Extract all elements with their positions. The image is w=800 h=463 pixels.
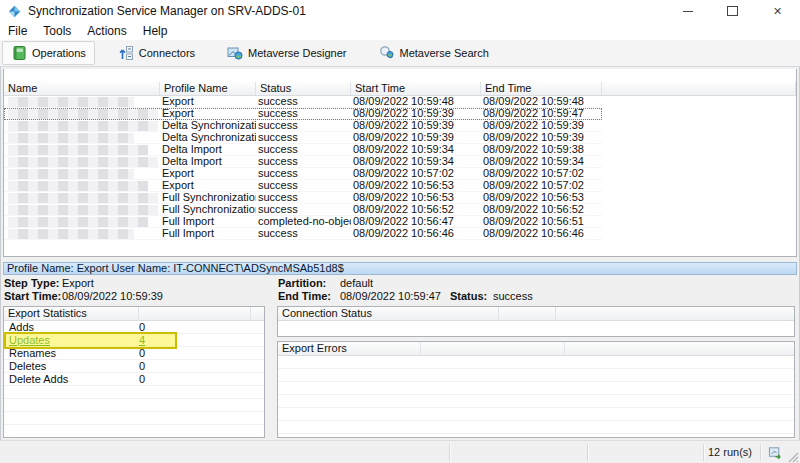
statistic-row: Adds0 bbox=[4, 321, 264, 334]
resize-grip[interactable] bbox=[786, 450, 799, 463]
cell-end-time: 08/09/2022 10:59:39 bbox=[481, 132, 602, 143]
table-row[interactable]: Delta Synchronizationsuccess08/09/2022 1… bbox=[4, 120, 602, 132]
menu-item-file[interactable]: File bbox=[0, 24, 35, 38]
cell-status: success bbox=[256, 120, 351, 131]
connector-operations-header: Name Profile Name Status Start Time End … bbox=[4, 82, 796, 96]
cell-profile-name: Export bbox=[160, 96, 256, 107]
statistic-value-link[interactable]: 4 bbox=[139, 334, 199, 347]
cell-end-time: 08/09/2022 10:57:02 bbox=[481, 180, 602, 191]
table-row[interactable]: Exportsuccess08/09/2022 10:57:0208/09/20… bbox=[4, 168, 602, 180]
redacted-name bbox=[8, 229, 134, 239]
maximize-button[interactable] bbox=[710, 0, 755, 22]
cell-profile-name: Full Import bbox=[160, 216, 256, 227]
status-label: Status: bbox=[450, 290, 487, 302]
table-row[interactable]: Delta Importsuccess08/09/2022 10:59:3408… bbox=[4, 156, 602, 168]
toolbar-metaverse-designer-label: Metaverse Designer bbox=[248, 47, 346, 59]
menu-bar: File Tools Actions Help bbox=[0, 22, 800, 40]
run-count-label: 12 run(s) bbox=[708, 446, 752, 458]
table-row[interactable]: Delta Importsuccess08/09/2022 10:59:3408… bbox=[4, 144, 602, 156]
table-row[interactable]: Exportsuccess08/09/2022 10:56:5308/09/20… bbox=[4, 180, 602, 192]
statistic-value: 0 bbox=[139, 360, 199, 373]
table-row[interactable]: Full Synchronizationsuccess08/09/2022 10… bbox=[4, 204, 602, 216]
cell-end-time: 08/09/2022 10:56:51 bbox=[481, 216, 602, 227]
redacted-name bbox=[8, 157, 158, 167]
step-type-label: Step Type: bbox=[4, 277, 59, 289]
cell-profile-name: Full Synchronization bbox=[160, 192, 256, 203]
column-header-filler bbox=[602, 82, 796, 95]
export-statistics-rows: Adds0Updates4Renames0Deletes0Delete Adds… bbox=[4, 321, 264, 437]
start-time-label: Start Time: bbox=[4, 290, 61, 302]
cell-profile-name: Export bbox=[160, 108, 256, 119]
toolbar-operations-button[interactable]: Operations bbox=[2, 41, 95, 65]
cell-end-time: 08/09/2022 10:59:48 bbox=[481, 96, 602, 107]
statistic-label-link[interactable]: Updates bbox=[4, 334, 139, 347]
toolbar-connectors-button[interactable]: Connectors bbox=[109, 41, 204, 65]
title-bar: Synchronization Service Manager on SRV-A… bbox=[0, 0, 800, 22]
statistic-value: 0 bbox=[139, 373, 199, 386]
menu-item-actions[interactable]: Actions bbox=[79, 24, 134, 38]
statistic-label: Renames bbox=[4, 347, 139, 360]
export-errors-header: Export Errors bbox=[278, 342, 794, 356]
app-icon bbox=[8, 5, 21, 18]
status-bar: 12 run(s) bbox=[0, 440, 800, 463]
connection-status-header: Connection Status bbox=[278, 307, 794, 321]
cell-end-time: 08/09/2022 10:59:34 bbox=[481, 156, 602, 167]
column-header-start-time[interactable]: Start Time bbox=[351, 82, 481, 95]
close-icon: ✕ bbox=[773, 6, 782, 16]
redacted-name bbox=[8, 133, 134, 143]
partition-value: default bbox=[340, 277, 373, 289]
metaverse-designer-icon bbox=[227, 45, 243, 61]
statistic-label: Deletes bbox=[4, 360, 139, 373]
table-row[interactable]: Full Importsuccess08/09/2022 10:56:4608/… bbox=[4, 228, 602, 240]
toolbar-metaverse-designer-button[interactable]: Metaverse Designer bbox=[218, 41, 355, 65]
toolbar-metaverse-search-button[interactable]: Metaverse Search bbox=[370, 41, 498, 65]
close-button[interactable]: ✕ bbox=[755, 0, 800, 22]
cell-end-time: 08/09/2022 10:56:52 bbox=[481, 204, 602, 215]
column-header-end-time[interactable]: End Time bbox=[481, 82, 602, 95]
cell-status: success bbox=[256, 204, 351, 215]
minimize-button[interactable] bbox=[665, 0, 710, 22]
statistic-row: Updates4 bbox=[4, 334, 264, 347]
cell-status: success bbox=[256, 132, 351, 143]
cell-end-time: 08/09/2022 10:59:47 bbox=[481, 108, 602, 119]
menu-item-help[interactable]: Help bbox=[135, 24, 176, 38]
cell-profile-name: Export bbox=[160, 168, 256, 179]
sync-status-icon[interactable] bbox=[768, 445, 783, 460]
window: Synchronization Service Manager on SRV-A… bbox=[0, 0, 800, 463]
cell-profile-name: Delta Import bbox=[160, 144, 256, 155]
window-title: Synchronization Service Manager on SRV-A… bbox=[28, 4, 306, 18]
cell-start-time: 08/09/2022 10:57:02 bbox=[351, 168, 481, 179]
toolbar-metaverse-search-label: Metaverse Search bbox=[400, 47, 489, 59]
table-row[interactable]: Full Synchronizationsuccess08/09/2022 10… bbox=[4, 192, 602, 204]
redacted-name bbox=[8, 121, 158, 131]
export-statistics-panel: Export Statistics Adds0Updates4Renames0D… bbox=[3, 306, 265, 438]
cell-end-time: 08/09/2022 10:56:46 bbox=[481, 228, 602, 239]
end-time-label: End Time: bbox=[278, 290, 331, 302]
menu-item-tools[interactable]: Tools bbox=[35, 24, 79, 38]
cell-status: completed-no-objects bbox=[256, 216, 351, 227]
column-header-profile-name[interactable]: Profile Name bbox=[160, 82, 256, 95]
cell-status: success bbox=[256, 144, 351, 155]
connector-operations-rows: Exportsuccess08/09/2022 10:59:4808/09/20… bbox=[4, 96, 796, 256]
table-row[interactable]: Delta Synchronizationsuccess08/09/2022 1… bbox=[4, 132, 602, 144]
cell-start-time: 08/09/2022 10:56:47 bbox=[351, 216, 481, 227]
connection-status-body bbox=[278, 321, 794, 336]
statistic-row: Deletes0 bbox=[4, 360, 264, 373]
column-header-name[interactable]: Name bbox=[4, 82, 160, 95]
table-row[interactable]: Full Importcompleted-no-objects08/09/202… bbox=[4, 216, 602, 228]
cell-status: success bbox=[256, 180, 351, 191]
statistic-value: 0 bbox=[139, 321, 199, 334]
redacted-name bbox=[8, 169, 134, 179]
cell-start-time: 08/09/2022 10:59:34 bbox=[351, 144, 481, 155]
connection-status-panel: Connection Status bbox=[277, 306, 795, 337]
cell-end-time: 08/09/2022 10:56:53 bbox=[481, 192, 602, 203]
table-row[interactable]: Exportsuccess08/09/2022 10:59:4808/09/20… bbox=[4, 96, 602, 108]
export-errors-panel: Export Errors bbox=[277, 341, 795, 438]
table-row[interactable]: Exportsuccess08/09/2022 10:59:3908/09/20… bbox=[4, 108, 602, 120]
column-header-status[interactable]: Status bbox=[256, 82, 351, 95]
operations-icon bbox=[11, 45, 27, 61]
cell-end-time: 08/09/2022 10:59:38 bbox=[481, 144, 602, 155]
detail-caption: Profile Name: Export User Name: IT-CONNE… bbox=[3, 262, 797, 275]
cell-profile-name: Export bbox=[160, 180, 256, 191]
cell-start-time: 08/09/2022 10:56:53 bbox=[351, 180, 481, 191]
